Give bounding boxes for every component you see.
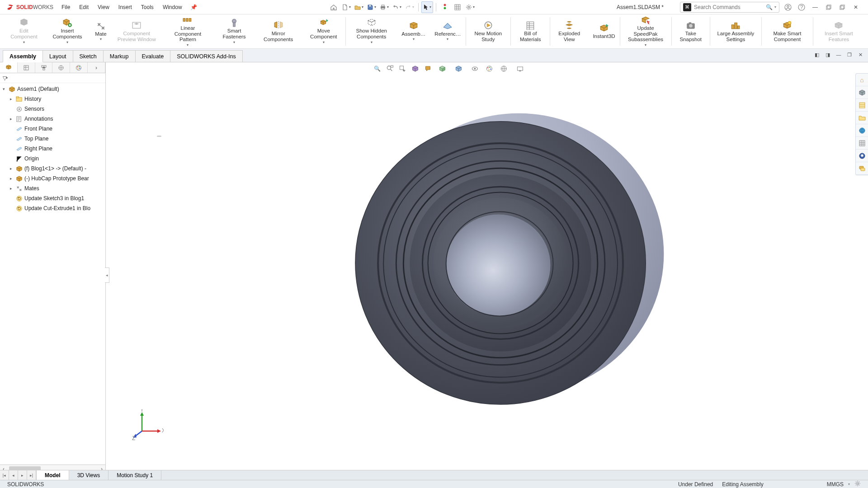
taskpane-custom-properties-icon[interactable] xyxy=(856,150,868,162)
display-manager-tab-icon[interactable] xyxy=(70,62,88,73)
dynamic-annotation-icon[interactable] xyxy=(422,63,433,74)
taskpane-forum-icon[interactable] xyxy=(856,162,868,175)
ribbon-assembly-features[interactable]: Assemb…▾ xyxy=(397,14,430,48)
ribbon-exploded-view[interactable]: Exploded View xyxy=(550,14,588,48)
graphics-viewport[interactable]: Y X Z xyxy=(106,62,868,473)
ribbon-linear-pattern[interactable]: Linear Component Pattern▾ xyxy=(162,14,213,48)
tree-item[interactable]: Top Plane xyxy=(0,134,105,144)
ribbon-smart-fasteners[interactable]: Smart Fasteners▾ xyxy=(213,14,255,48)
section-view-icon[interactable] xyxy=(410,63,420,74)
mdi-restore-icon[interactable]: ❐ xyxy=(845,51,854,59)
taskpane-file-explorer-icon[interactable] xyxy=(856,112,868,124)
ribbon-instant3d[interactable]: Instant3D xyxy=(588,14,619,48)
tree-item[interactable]: ▸Annotations xyxy=(0,114,105,124)
dimxpert-manager-tab-icon[interactable] xyxy=(52,62,70,73)
menu-insert[interactable]: Insert xyxy=(114,2,137,12)
tab-evaluate[interactable]: Evaluate xyxy=(135,50,171,62)
ribbon-update-speedpak[interactable]: Update SpeedPak Subassemblies▾ xyxy=(620,14,671,48)
home-icon[interactable] xyxy=(328,1,340,13)
ribbon-insert-components[interactable]: Insert Components▾ xyxy=(44,14,90,48)
bottom-tab-motion-study-1[interactable]: Motion Study 1 xyxy=(108,470,161,480)
tree-item[interactable]: ▸History xyxy=(0,94,105,104)
ribbon-bill-of-materials[interactable]: Bill of Materials xyxy=(511,14,550,48)
tab-nav-next-icon[interactable]: ▸ xyxy=(18,470,27,480)
undo-icon[interactable] xyxy=(391,1,403,13)
pin-icon[interactable]: 📌 xyxy=(187,4,201,10)
tree-item[interactable]: Update Sketch3 in Blog1 xyxy=(0,193,105,203)
ribbon-reference-geometry[interactable]: Referenc…▾ xyxy=(430,14,465,48)
tree-item[interactable]: Update Cut-Extrude1 in Blo xyxy=(0,203,105,213)
display-style-icon[interactable] xyxy=(451,63,466,74)
status-cog-icon[interactable] xyxy=(850,480,865,488)
zoom-area-icon[interactable] xyxy=(384,63,395,74)
taskpane-home-icon[interactable]: ⌂ xyxy=(856,74,868,86)
help-icon[interactable]: ? xyxy=(797,2,807,12)
tree-item[interactable]: Sensors xyxy=(0,104,105,114)
panel-split-handle[interactable] xyxy=(157,136,161,137)
tab-nav-last-icon[interactable]: ▸| xyxy=(27,470,36,480)
ribbon-move-component[interactable]: Move Component▾ xyxy=(302,14,345,48)
ribbon-mirror-components[interactable]: Mirror Components xyxy=(255,14,302,48)
menu-view[interactable]: View xyxy=(93,2,114,12)
tree-item[interactable]: Right Plane xyxy=(0,144,105,154)
mdi-dock-right-icon[interactable]: ◨ xyxy=(824,51,832,59)
edit-appearance-icon[interactable] xyxy=(484,63,495,74)
select-tool-icon[interactable] xyxy=(421,1,433,13)
open-file-icon[interactable] xyxy=(353,1,365,13)
hide-show-icon[interactable] xyxy=(467,63,482,74)
options-gear-icon[interactable] xyxy=(464,1,476,13)
print-icon[interactable] xyxy=(378,1,390,13)
ribbon-large-assembly-settings[interactable]: Large Assembly Settings xyxy=(710,14,761,48)
tab-assembly[interactable]: Assembly xyxy=(3,50,43,62)
menu-file[interactable]: File xyxy=(57,2,75,12)
previous-view-icon[interactable] xyxy=(397,63,408,74)
tab-markup[interactable]: Markup xyxy=(103,50,136,62)
tree-item[interactable]: Front Plane xyxy=(0,124,105,134)
zoom-fit-icon[interactable]: 🔍 xyxy=(372,63,382,74)
traffic-light-icon[interactable] xyxy=(439,1,451,13)
feature-filter[interactable]: ▽▾ xyxy=(0,73,105,83)
mdi-minimize-icon[interactable]: — xyxy=(835,51,843,59)
panel-overflow-icon[interactable]: › xyxy=(88,62,105,73)
new-file-icon[interactable] xyxy=(340,1,352,13)
ribbon-new-motion-study[interactable]: New Motion Study xyxy=(466,14,510,48)
user-account-icon[interactable] xyxy=(783,2,793,12)
tree-item[interactable]: ▸(f) Blog1<1> -> (Default) - xyxy=(0,164,105,174)
search-magnifier-icon[interactable]: 🔍 xyxy=(766,4,773,10)
ribbon-take-snapshot[interactable]: Take Snapshot xyxy=(672,14,710,48)
minimize-icon[interactable]: — xyxy=(810,2,820,12)
menu-edit[interactable]: Edit xyxy=(75,2,93,12)
menu-window[interactable]: Window xyxy=(158,2,187,12)
taskpane-design-library-icon[interactable] xyxy=(856,99,868,112)
tab-layout[interactable]: Layout xyxy=(42,50,73,62)
search-commands-box[interactable]: ⌘ 🔍 ▾ xyxy=(680,2,779,13)
taskpane-resources-icon[interactable] xyxy=(856,86,868,99)
table-icon[interactable] xyxy=(452,1,463,13)
bottom-tab-3d-views[interactable]: 3D Views xyxy=(69,470,108,480)
restore2-icon[interactable] xyxy=(837,2,847,12)
tree-item[interactable]: ▸Mates xyxy=(0,183,105,193)
menu-tools[interactable]: Tools xyxy=(137,2,158,12)
tab-solidworks-add-ins[interactable]: SOLIDWORKS Add-Ins xyxy=(170,50,243,62)
feature-tree[interactable]: ▾Assem1 (Default) ▸HistorySensors▸Annota… xyxy=(0,83,105,465)
close-icon[interactable]: ✕ xyxy=(851,2,861,12)
tree-item[interactable]: Origin xyxy=(0,154,105,164)
property-manager-tab-icon[interactable] xyxy=(18,62,35,73)
apply-scene-icon[interactable] xyxy=(496,63,511,74)
view-settings-icon[interactable] xyxy=(513,63,527,74)
restore1-icon[interactable] xyxy=(824,2,834,12)
ribbon-make-smart-component[interactable]: Make Smart Component xyxy=(762,14,813,48)
configuration-manager-tab-icon[interactable] xyxy=(35,62,53,73)
tab-nav-first-icon[interactable]: |◂ xyxy=(0,470,9,480)
ribbon-mate[interactable]: Mate▾ xyxy=(90,14,111,48)
tab-sketch[interactable]: Sketch xyxy=(73,50,104,62)
search-input[interactable] xyxy=(694,4,766,10)
feature-manager-tab-icon[interactable] xyxy=(0,62,18,73)
tab-nav-prev-icon[interactable]: ◂ xyxy=(9,470,18,480)
status-units[interactable]: MMGS xyxy=(822,481,848,488)
taskpane-view-palette-icon[interactable] xyxy=(856,124,868,137)
tree-root[interactable]: ▾Assem1 (Default) xyxy=(0,84,105,94)
bottom-tab-model[interactable]: Model xyxy=(37,470,69,480)
panel-resize-handle[interactable]: ◂ xyxy=(105,267,109,283)
mdi-dock-left-icon[interactable]: ◧ xyxy=(813,51,821,59)
